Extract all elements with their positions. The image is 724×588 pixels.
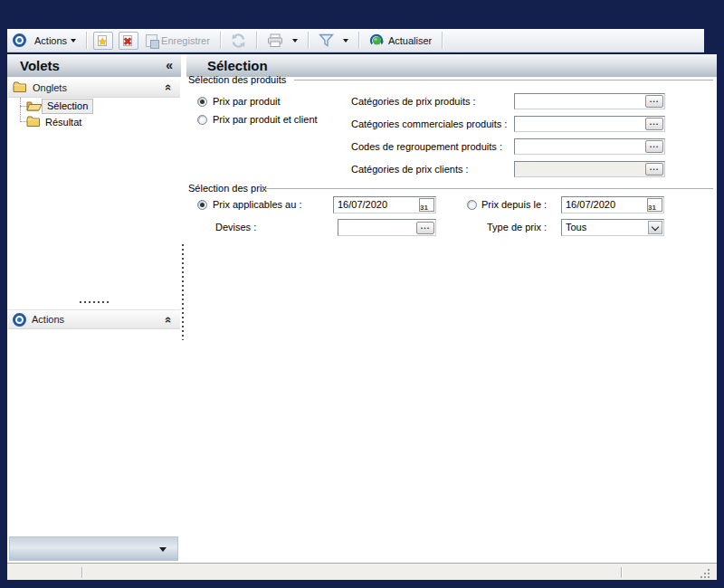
refresh-icon <box>231 33 246 48</box>
chevron-down-icon <box>652 223 659 231</box>
toolbar-separator <box>220 32 221 49</box>
radio-prix-applicables-label: Prix applicables au : <box>213 199 301 210</box>
print-button[interactable] <box>263 31 287 51</box>
categories-prix-produits-browse-button[interactable]: ... <box>645 95 663 108</box>
codes-regroupement-produits-label: Codes de regroupement produits : <box>351 141 502 152</box>
date-applicables-value: 16/07/2020 <box>338 199 387 210</box>
filter-button[interactable] <box>315 31 338 50</box>
devises-browse-button[interactable]: ... <box>416 222 434 234</box>
toolbar-separator <box>442 32 443 49</box>
status-divider <box>81 567 82 578</box>
save-icon <box>146 34 157 47</box>
refresh-circle-icon <box>369 33 385 48</box>
toolbar-separator <box>358 32 359 49</box>
sidebar-collapsed-bar[interactable] <box>9 536 178 561</box>
tree-item-resultat[interactable]: Résultat <box>43 116 84 129</box>
delete-button[interactable]: ✖ <box>119 32 138 50</box>
refresh-button[interactable] <box>227 31 250 51</box>
radio-prix-depuis[interactable] <box>467 200 477 210</box>
group-line <box>294 80 713 81</box>
chevron-down-icon <box>343 39 348 43</box>
tree-item-resultat-label: Résultat <box>45 117 81 128</box>
calendar-day: 31 <box>648 204 656 212</box>
actions-target-icon <box>13 313 26 327</box>
radio-prix-par-produit[interactable] <box>197 97 207 107</box>
collapse-panel-icon[interactable]: « <box>163 84 175 90</box>
group-prix-label: Sélection des prix <box>188 183 267 194</box>
folder-icon <box>13 81 27 93</box>
codes-regroupement-produits-input[interactable]: ... <box>514 138 665 155</box>
form-target-icon <box>13 33 26 47</box>
toolbar: Actions ★ ✖ Enregistrer <box>7 29 704 52</box>
combo-arrow-button[interactable] <box>648 221 662 234</box>
categories-commerciales-produits-browse-button[interactable]: ... <box>645 118 663 130</box>
radio-prix-par-produit-et-client-label: Prix par produit et client <box>213 114 318 125</box>
calendar-icon[interactable]: 31 <box>419 198 434 212</box>
collapse-sidebar-icon[interactable]: « <box>166 54 173 77</box>
filter-icon <box>319 33 334 47</box>
folder-icon <box>26 116 41 128</box>
panel-actions-header[interactable]: Actions « <box>8 309 180 329</box>
date-depuis-value: 16/07/2020 <box>566 199 615 210</box>
type-de-prix-select[interactable]: Tous <box>561 219 664 236</box>
calendar-icon[interactable]: 31 <box>647 198 662 212</box>
vertical-splitter-handle[interactable] <box>182 244 184 340</box>
print-dropdown-button[interactable] <box>289 36 301 45</box>
horizontal-splitter-handle[interactable] <box>80 301 111 303</box>
categories-prix-clients-input[interactable]: ... <box>514 161 665 177</box>
radio-prix-par-produit-label: Prix par produit <box>213 96 281 107</box>
radio-prix-applicables[interactable] <box>197 200 207 210</box>
codes-regroupement-produits-browse-button[interactable]: ... <box>645 140 663 153</box>
date-applicables-input[interactable]: 16/07/2020 31 <box>333 196 436 213</box>
toolbar-separator <box>86 32 87 49</box>
toolbar-separator <box>308 32 309 49</box>
categories-prix-clients-browse-button[interactable]: ... <box>645 163 663 175</box>
printer-icon <box>267 33 283 48</box>
categories-prix-produits-input[interactable]: ... <box>514 93 665 109</box>
actualiser-button[interactable]: Actualiser <box>366 31 435 51</box>
categories-commerciales-produits-label: Catégories commerciales produits : <box>351 119 507 129</box>
radio-prix-par-produit-et-client[interactable] <box>197 115 207 125</box>
collapse-panel-icon[interactable]: « <box>163 317 175 323</box>
resize-grip[interactable] <box>700 569 702 571</box>
date-depuis-input[interactable]: 16/07/2020 31 <box>561 196 664 213</box>
actions-menu-label: Actions <box>34 35 67 46</box>
type-de-prix-value: Tous <box>566 222 586 232</box>
categories-commerciales-produits-input[interactable]: ... <box>514 116 665 132</box>
tree-item-selection-label: Sélection <box>47 100 88 111</box>
devises-label: Devises : <box>215 222 256 232</box>
categories-prix-clients-label: Catégories de prix clients : <box>351 164 469 175</box>
actions-menu-button[interactable]: Actions <box>31 33 80 49</box>
save-button[interactable]: Enregistrer <box>142 32 214 50</box>
expand-arrow-icon <box>159 547 167 552</box>
radio-prix-depuis-label: Prix depuis le : <box>481 199 547 210</box>
type-de-prix-label: Type de prix : <box>487 222 547 232</box>
panel-actions-label: Actions <box>32 314 64 325</box>
application-window: Actions ★ ✖ Enregistrer <box>0 0 724 588</box>
new-button[interactable]: ★ <box>93 32 113 50</box>
group-line <box>262 188 713 189</box>
tree-item-selection[interactable]: Sélection <box>42 99 93 114</box>
categories-prix-produits-label: Catégories de prix produits : <box>351 96 476 107</box>
devises-input[interactable]: ... <box>338 219 436 236</box>
panel-onglets-header[interactable]: Onglets « <box>8 78 180 98</box>
folder-open-icon <box>26 100 43 112</box>
sidebar-title: Volets <box>20 54 60 77</box>
calendar-day: 31 <box>420 204 428 212</box>
sidebar-header: Volets « <box>7 54 181 77</box>
status-divider <box>621 567 622 578</box>
chevron-down-icon <box>292 39 298 43</box>
filter-dropdown-button[interactable] <box>339 36 352 45</box>
delete-x-icon: ✖ <box>123 34 132 49</box>
new-star-icon: ★ <box>98 33 108 50</box>
toolbar-separator <box>256 32 257 49</box>
tree-connector <box>20 98 21 122</box>
save-label: Enregistrer <box>161 35 210 46</box>
panel-onglets-label: Onglets <box>33 82 67 93</box>
actualiser-label: Actualiser <box>388 35 432 46</box>
group-produits-label: Sélection des produits <box>188 74 286 85</box>
status-bar <box>7 563 717 580</box>
chevron-down-icon <box>71 39 76 43</box>
